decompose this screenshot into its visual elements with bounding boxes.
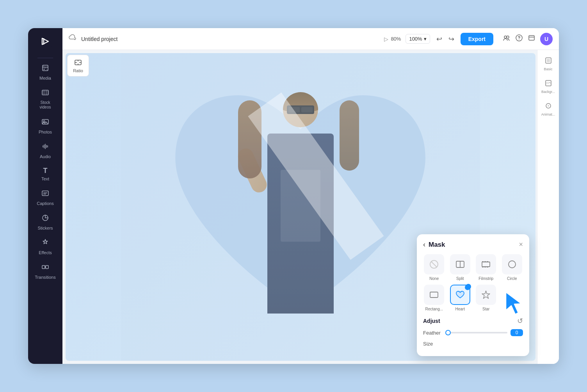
mask-item-none-label: None <box>429 276 439 281</box>
mask-icon-rectangle <box>424 285 444 305</box>
svg-rect-20 <box>529 36 534 40</box>
main-content: Untitled project ▷ 80% 100% ▾ ↩ ↪ Export <box>62 28 559 364</box>
preview-controls: ▷ 80% <box>384 36 401 42</box>
svg-rect-37 <box>482 266 484 267</box>
mask-item-circle-label: Circle <box>507 276 517 281</box>
mask-item-star-label: Star <box>482 307 489 311</box>
mask-item-none[interactable]: None <box>423 254 445 281</box>
svg-rect-34 <box>482 261 484 262</box>
zoom-value: 100% <box>409 36 422 42</box>
sidebar-item-media[interactable]: Media <box>28 60 62 84</box>
sidebar-item-effects[interactable]: Effects <box>28 234 62 259</box>
preview-play-icon: ▷ <box>384 36 388 42</box>
adjust-reset-button[interactable]: ↺ <box>517 317 523 325</box>
mask-item-rectangle-label: Rectang... <box>425 307 443 311</box>
svg-point-47 <box>548 105 549 107</box>
svg-point-19 <box>519 39 519 40</box>
svg-rect-3 <box>42 90 48 95</box>
sidebar-item-label: Text <box>41 176 49 181</box>
redo-button[interactable]: ↪ <box>447 33 456 45</box>
text-icon: T <box>43 167 48 175</box>
mask-item-star[interactable]: Star <box>475 285 497 311</box>
mask-item-split[interactable]: Split <box>449 254 471 281</box>
project-name[interactable]: Untitled project <box>81 36 117 42</box>
user-avatar[interactable]: U <box>540 33 553 45</box>
mask-icon-heart <box>450 285 470 305</box>
sidebar-item-stickers[interactable]: Stickers <box>28 210 62 234</box>
header: Untitled project ▷ 80% 100% ▾ ↩ ↪ Export <box>62 28 559 50</box>
zoom-arrow-icon: ▾ <box>424 36 427 42</box>
sidebar-item-photos[interactable]: Photos <box>28 114 62 138</box>
mask-close-button[interactable]: × <box>519 241 523 249</box>
right-panel-item-basic[interactable]: Basic <box>537 53 559 75</box>
svg-rect-36 <box>487 261 488 262</box>
svg-rect-6 <box>44 90 44 95</box>
adjust-header: Adjust ↺ <box>423 317 523 325</box>
transitions-icon <box>41 263 50 273</box>
sidebar-item-text[interactable]: T Text <box>28 163 62 185</box>
app-container: Media Stockvideos <box>28 28 559 364</box>
collab-icon[interactable] <box>503 34 511 44</box>
stock-videos-icon <box>41 88 50 99</box>
svg-point-2 <box>44 69 45 70</box>
feather-slider[interactable]: 0 <box>445 329 523 336</box>
right-panel: Basic Backgr... <box>537 50 559 364</box>
svg-rect-14 <box>42 265 45 269</box>
undo-redo-controls: ↩ ↪ <box>435 33 456 45</box>
svg-point-16 <box>504 36 507 38</box>
ratio-label: Ratio <box>73 68 83 73</box>
mask-item-split-label: Split <box>456 276 464 281</box>
stickers-icon <box>41 214 50 224</box>
svg-rect-10 <box>42 191 48 196</box>
app-logo <box>37 33 54 50</box>
feather-thumb[interactable] <box>445 330 451 335</box>
svg-rect-4 <box>42 91 48 92</box>
mask-icon-circle <box>502 254 522 274</box>
right-panel-item-animate[interactable]: Animat... <box>537 98 559 120</box>
feather-label: Feather <box>423 330 441 336</box>
undo-button[interactable]: ↩ <box>435 33 444 45</box>
help-icon[interactable] <box>515 34 523 44</box>
svg-rect-0 <box>38 34 52 48</box>
header-icons: U <box>503 33 553 45</box>
svg-rect-43 <box>547 59 550 62</box>
mask-item-rectangle[interactable]: Rectang... <box>423 285 445 311</box>
sidebar-item-transitions[interactable]: Transitions <box>28 259 62 283</box>
adjust-title: Adjust <box>423 318 440 324</box>
sidebar-item-captions[interactable]: Captions <box>28 185 62 210</box>
export-button[interactable]: Export <box>461 33 493 45</box>
svg-rect-38 <box>484 266 486 267</box>
svg-point-40 <box>509 261 516 268</box>
mask-item-filmstrip[interactable]: Filmstrip <box>475 254 497 281</box>
effects-icon <box>41 238 50 249</box>
feather-track <box>445 332 507 333</box>
mask-icon-filmstrip <box>476 254 496 274</box>
sidebar-item-label: Media <box>39 76 51 80</box>
sidebar-divider <box>37 58 53 58</box>
zoom-selector[interactable]: 100% ▾ <box>406 34 430 44</box>
mask-icon-split <box>450 254 470 274</box>
background-icon <box>545 80 552 88</box>
mask-item-circle[interactable]: Circle <box>501 254 523 281</box>
share-icon[interactable] <box>528 34 535 44</box>
size-row: Size <box>423 339 523 347</box>
ratio-button[interactable]: Ratio <box>67 55 89 77</box>
sidebar-item-label: Audio <box>40 154 51 159</box>
cloud-icon <box>69 34 76 44</box>
media-icon <box>41 64 50 74</box>
adjust-section: Adjust ↺ Feather 0 Size <box>423 317 523 347</box>
feather-value: 0 <box>511 329 523 336</box>
svg-line-30 <box>431 262 437 267</box>
feather-row: Feather 0 <box>423 329 523 336</box>
sidebar-item-stock-videos[interactable]: Stockvideos <box>28 84 62 114</box>
mask-back-button[interactable]: ‹ <box>423 241 425 249</box>
basic-icon <box>545 57 552 66</box>
preview-percent: 80% <box>391 36 401 42</box>
mask-item-heart[interactable]: Heart <box>449 285 471 311</box>
sidebar-item-audio[interactable]: Audio <box>28 138 62 163</box>
right-panel-item-background[interactable]: Backgr... <box>537 76 559 98</box>
svg-rect-39 <box>487 266 488 267</box>
svg-point-17 <box>507 36 509 38</box>
audio-icon <box>41 142 50 153</box>
sidebar-item-label: Effects <box>39 250 52 255</box>
